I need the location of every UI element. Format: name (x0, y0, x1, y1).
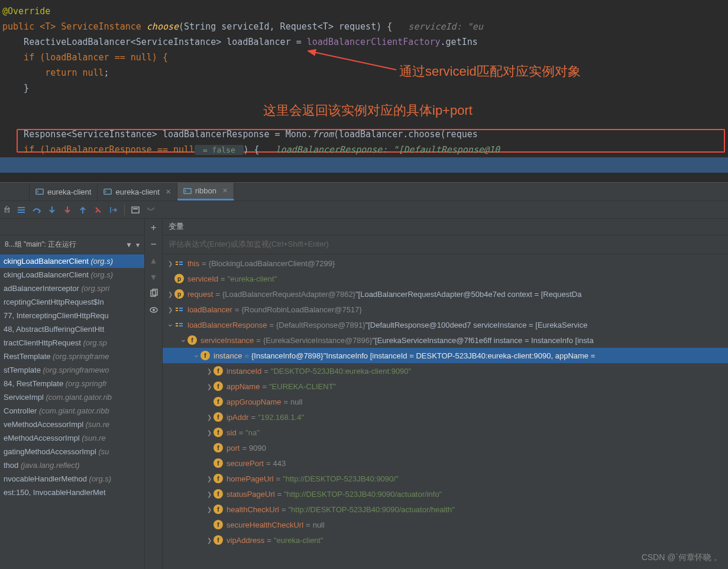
variable-row[interactable]: fport = 9090 (163, 440, 728, 455)
frame-item[interactable]: Controller (com.giant.gator.ribb (0, 404, 144, 418)
frame-item[interactable]: ckingLoadBalancerClient (org.s) (0, 254, 144, 268)
chevron-right-icon[interactable]: ❯ (205, 506, 213, 513)
svg-rect-19 (179, 308, 183, 309)
frames-list[interactable]: ckingLoadBalancerClient (org.s)ckingLoad… (0, 254, 144, 499)
chevron-right-icon[interactable]: ❯ (205, 537, 213, 544)
tab-ribbon[interactable]: ribbon ✕ (177, 183, 234, 201)
drop-frame-icon[interactable] (93, 205, 103, 215)
frame-item[interactable]: adBalancerInterceptor (org.spri (0, 282, 144, 295)
variable-row[interactable]: ❯fhomePageUrl = "http://DESKTOP-523JB40:… (163, 471, 728, 486)
variable-row[interactable]: fsecurePort = 443 (163, 455, 728, 471)
svg-rect-6 (18, 212, 25, 213)
trace-current-stream-icon[interactable] (146, 205, 156, 215)
watch-icon[interactable] (149, 305, 158, 315)
layout-icon[interactable] (17, 205, 26, 215)
variable-row[interactable]: ❯fappName = "EUREKA-CLIENT" (163, 379, 728, 394)
chevron-right-icon[interactable]: ❯ (205, 414, 213, 421)
variables-tree[interactable]: ❯this = {BlockingLoadBalancerClient@7299… (163, 254, 728, 569)
variable-row[interactable]: ❯fhealthCheckUrl = "http://DESKTOP-523JB… (163, 502, 728, 517)
frame-item[interactable]: tractClientHttpRequest (org.sp (0, 336, 144, 350)
object-icon (174, 305, 184, 314)
field-icon: f (187, 335, 197, 345)
field-icon: f (213, 474, 223, 483)
variable-row[interactable]: fappGroupName = null (163, 394, 728, 409)
run-to-cursor-icon[interactable] (109, 205, 118, 215)
svg-rect-5 (18, 209, 25, 211)
frame-item[interactable]: stTemplate (org.springframewo (0, 363, 144, 377)
add-icon[interactable]: + (149, 222, 158, 232)
frame-item[interactable]: ServiceImpl (com.giant.gator.rib (0, 390, 144, 404)
step-into-icon[interactable] (47, 205, 57, 215)
copy-icon[interactable] (149, 289, 158, 298)
frame-item[interactable]: eMethodAccessorImpl (sun.re (0, 431, 144, 445)
frame-item[interactable]: veMethodAccessorImpl (sun.re (0, 418, 144, 431)
variable-row[interactable]: fsecureHealthCheckUrl = null (163, 517, 728, 532)
variable-row[interactable]: ⌄finstance = {InstanceInfo@7898} "Instan… (163, 348, 728, 363)
field-icon: f (213, 535, 223, 545)
svg-rect-22 (176, 325, 178, 326)
variable-row[interactable]: ⌄fserviceInstance = {EurekaServiceInstan… (163, 332, 728, 348)
svg-rect-23 (179, 323, 183, 324)
step-out-icon[interactable] (78, 205, 88, 215)
variable-row[interactable]: ❯fsid = "na" (163, 425, 728, 440)
annotation-text-1: 通过serviceid匹配对应实例对象 (399, 64, 581, 79)
field-icon: f (213, 443, 223, 452)
svg-rect-20 (179, 310, 183, 311)
frame-item[interactable]: thod (java.lang.reflect) (0, 458, 144, 472)
evaluate-expression-input[interactable]: 评估表达式(Enter)或添加监视(Ctrl+Shift+Enter) (163, 235, 728, 254)
frame-item[interactable]: est:150, InvocableHandlerMet (0, 486, 144, 499)
field-icon: f (213, 505, 223, 514)
variable-row[interactable]: ❯prequest = {LoadBalancerRequestAdapter@… (163, 286, 728, 302)
chevron-right-icon[interactable]: ❯ (205, 368, 213, 374)
variable-row[interactable]: ❯fstatusPageUrl = "http://DESKTOP-523JB4… (163, 486, 728, 502)
code-editor[interactable]: @Override public <T> ServiceInstance cho… (0, 0, 728, 182)
frame-item[interactable]: 48, AbstractBufferingClientHtt (0, 322, 144, 336)
object-icon (174, 320, 184, 329)
filter-icon[interactable]: ▼ (125, 241, 132, 249)
tab-eureka-client-1[interactable]: eureka-client (30, 183, 98, 201)
tab-eureka-client-2[interactable]: eureka-client ✕ (98, 183, 177, 201)
chevron-down-icon[interactable]: ⌄ (166, 319, 174, 328)
chevron-right-icon[interactable]: ❯ (166, 306, 174, 313)
remove-icon[interactable]: − (149, 239, 158, 248)
close-icon[interactable]: ✕ (222, 187, 228, 195)
field-icon: f (213, 458, 223, 468)
chevron-right-icon[interactable]: ❯ (205, 383, 213, 390)
frame-item[interactable]: 77, InterceptingClientHttpRequ (0, 309, 144, 322)
variable-row[interactable]: ❯loadBalancer = {RoundRobinLoadBalancer@… (163, 302, 728, 317)
chevron-right-icon[interactable]: ❯ (205, 429, 213, 436)
chevron-down-icon[interactable]: ⌄ (192, 350, 200, 359)
frame-item[interactable]: RestTemplate (org.springframe (0, 350, 144, 363)
frame-item[interactable]: rceptingClientHttpRequest$In (0, 295, 144, 309)
svg-rect-7 (132, 207, 139, 213)
force-step-into-icon[interactable] (63, 205, 72, 215)
svg-rect-21 (176, 323, 178, 324)
frames-panel: 8...组 "main": 正在运行 ▼ ▾ ckingLoadBalancer… (0, 235, 145, 569)
variable-row[interactable]: ❯fipAddr = "192.168.1.4" (163, 409, 728, 425)
svg-rect-15 (179, 261, 183, 263)
down-icon[interactable]: ▼ (149, 272, 158, 282)
frame-item[interactable]: nvocableHandlerMethod (org.s) (0, 472, 144, 486)
variable-row[interactable]: ❯this = {BlockingLoadBalancerClient@7299… (163, 256, 728, 271)
step-over-icon[interactable] (32, 205, 41, 215)
variable-row[interactable]: pserviceId = "eureka-client" (163, 271, 728, 286)
chevron-down-icon[interactable]: ▾ (136, 241, 140, 249)
variable-row[interactable]: ❯finstanceId = "DESKTOP-523JB40:eureka-c… (163, 363, 728, 379)
variable-row[interactable]: ❯fvipAddress = "eureka-client" (163, 532, 728, 548)
chevron-right-icon[interactable]: ❯ (205, 491, 213, 497)
frame-item[interactable]: 84, RestTemplate (org.springfr (0, 377, 144, 390)
up-icon[interactable]: ▲ (149, 256, 158, 265)
frame-item[interactable]: ckingLoadBalancerClient (org.s) (0, 268, 144, 282)
chevron-down-icon[interactable]: ⌄ (179, 334, 187, 344)
evaluate-expression-icon[interactable] (131, 205, 140, 215)
frame-item[interactable]: gatingMethodAccessorImpl (su (0, 445, 144, 458)
close-icon[interactable]: ✕ (166, 188, 171, 196)
tab-spacer (0, 183, 30, 201)
console-icon (35, 187, 44, 196)
annotation-text-2: 这里会返回该实例对应的具体ip+port (263, 103, 473, 118)
variable-row[interactable]: ⌄loadBalancerResponse = {DefaultResponse… (163, 317, 728, 332)
chevron-right-icon[interactable]: ❯ (205, 476, 213, 482)
annotation-override: @Override (2, 6, 50, 17)
chevron-right-icon[interactable]: ❯ (166, 291, 174, 298)
chevron-right-icon[interactable]: ❯ (166, 260, 174, 267)
